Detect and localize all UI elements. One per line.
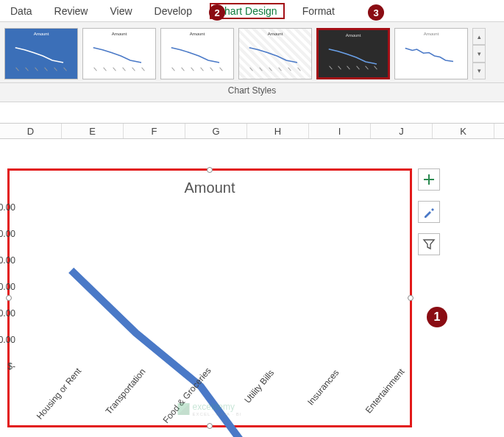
- brush-icon: [422, 205, 436, 218]
- funnel-icon: [422, 238, 436, 251]
- chart-style-5[interactable]: Amount: [316, 28, 390, 79]
- thumb-title: Amount: [398, 32, 464, 36]
- scroll-down-icon[interactable]: ▾: [472, 45, 486, 62]
- y-axis-tick: $800.00: [0, 255, 15, 266]
- col-D[interactable]: D: [0, 124, 62, 138]
- chart-style-6[interactable]: Amount: [394, 28, 468, 79]
- tab-format[interactable]: Format: [298, 3, 339, 19]
- chart-styles-button[interactable]: [418, 201, 440, 223]
- chart-style-2[interactable]: Amount: [82, 28, 156, 79]
- y-axis-tick: $200.00: [0, 335, 15, 345]
- resize-handle[interactable]: [6, 295, 12, 301]
- callout-3: 3: [368, 4, 384, 21]
- chart-title[interactable]: Amount: [10, 180, 410, 196]
- col-H[interactable]: H: [247, 124, 309, 138]
- thumb-title: Amount: [86, 32, 152, 36]
- chart-styles-more[interactable]: ▴ ▾ ▾: [472, 28, 486, 79]
- chart-series-line: [18, 207, 395, 437]
- thumb-title: Amount: [8, 32, 74, 36]
- chart-plot-area[interactable]: $1,200.00$1,000.00$800.00$600.00$400.00$…: [18, 207, 395, 366]
- tab-review[interactable]: Review: [50, 3, 93, 19]
- col-F[interactable]: F: [124, 124, 185, 138]
- y-axis-tick: $-: [7, 361, 15, 372]
- chart-style-1[interactable]: Amount: [4, 28, 78, 79]
- resize-handle[interactable]: [408, 295, 414, 301]
- y-axis-tick: $1,200.00: [0, 202, 15, 213]
- col-J[interactable]: J: [371, 124, 433, 138]
- chart-filter-button[interactable]: [418, 233, 440, 255]
- chart-side-buttons: [418, 168, 440, 255]
- tab-developer[interactable]: Develop: [150, 3, 196, 19]
- column-headers: D E F G H I J K: [0, 123, 504, 139]
- col-G[interactable]: G: [185, 124, 247, 138]
- y-axis-tick: $400.00: [0, 308, 15, 319]
- y-axis-tick: $600.00: [0, 282, 15, 292]
- thumb-title: Amount: [242, 32, 308, 36]
- tab-view[interactable]: View: [105, 3, 136, 19]
- worksheet: D E F G H I J K Amount $1,200.00$1,000.0…: [0, 123, 504, 139]
- scroll-up-icon[interactable]: ▴: [472, 28, 486, 45]
- chart-elements-button[interactable]: [418, 168, 440, 191]
- col-E[interactable]: E: [62, 124, 124, 138]
- thumb-title: Amount: [164, 32, 230, 36]
- chart-style-4[interactable]: Amount: [238, 28, 312, 79]
- tab-data[interactable]: Data: [6, 3, 37, 19]
- col-K[interactable]: K: [433, 124, 494, 138]
- thumb-title: Amount: [322, 33, 385, 38]
- dropdown-icon[interactable]: ▾: [472, 63, 486, 79]
- chart-styles-label: Chart Styles: [0, 83, 504, 102]
- chart-styles-gallery: Amount Amount Amount Amount Amount Amoun…: [0, 22, 504, 83]
- col-I[interactable]: I: [309, 124, 371, 138]
- embedded-chart[interactable]: Amount $1,200.00$1,000.00$800.00$600.00$…: [7, 168, 412, 427]
- resize-handle[interactable]: [207, 167, 213, 173]
- y-axis-tick: $1,000.00: [0, 229, 15, 239]
- plus-icon: [422, 173, 436, 186]
- callout-1: 1: [427, 307, 447, 327]
- callout-2: 2: [209, 4, 225, 21]
- ribbon-tabs: Data Review View Develop Chart Design Fo…: [0, 0, 504, 22]
- chart-style-3[interactable]: Amount: [160, 28, 234, 79]
